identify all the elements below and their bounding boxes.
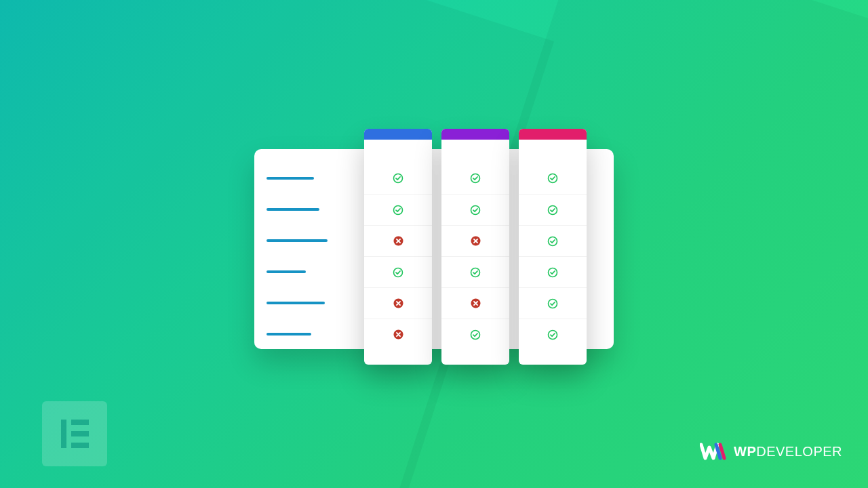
brand-light: DEVELOPER <box>756 444 842 459</box>
plan-cell <box>441 287 509 319</box>
plan-cell <box>441 225 509 256</box>
elementor-icon <box>61 420 89 448</box>
plan-cell <box>364 225 432 256</box>
feature-placeholder-line <box>267 333 311 336</box>
check-icon <box>547 205 558 216</box>
hero-graphic: WPDEVELOPER <box>0 0 868 488</box>
plan-cap-c <box>519 129 587 140</box>
plan-cell <box>364 287 432 319</box>
cross-icon <box>471 298 481 308</box>
plan-cell <box>441 319 509 350</box>
cross-icon <box>393 329 403 340</box>
check-icon <box>547 173 558 184</box>
brand-bold: WP <box>734 444 756 459</box>
check-icon <box>547 236 558 247</box>
plan-cell <box>441 256 509 287</box>
plan-cell <box>364 163 432 194</box>
check-icon <box>393 205 403 216</box>
plan-cell <box>519 225 587 256</box>
plan-column-a <box>364 129 432 365</box>
cross-icon <box>393 298 403 308</box>
wpdeveloper-logo: WPDEVELOPER <box>700 442 842 461</box>
check-icon <box>470 205 481 216</box>
feature-placeholder-line <box>267 239 328 243</box>
plan-cell <box>519 319 587 350</box>
plan-cell <box>519 256 587 287</box>
feature-placeholder-line <box>267 177 314 180</box>
wpdeveloper-mark-icon <box>700 442 727 461</box>
plan-cell <box>441 194 509 225</box>
plan-cell <box>364 194 432 225</box>
check-icon <box>547 329 558 340</box>
plan-cell <box>364 256 432 287</box>
plan-cell <box>519 163 587 194</box>
plan-cap-a <box>364 129 432 140</box>
check-icon <box>547 267 558 278</box>
check-icon <box>547 298 558 309</box>
plan-column-c <box>519 129 587 365</box>
check-icon <box>470 173 481 184</box>
check-icon <box>393 173 403 184</box>
check-icon <box>470 267 481 278</box>
plan-column-b <box>441 129 509 365</box>
feature-placeholder-line <box>267 208 319 211</box>
plan-cell <box>364 319 432 350</box>
wpdeveloper-text: WPDEVELOPER <box>734 444 842 460</box>
plan-cell <box>519 287 587 319</box>
feature-placeholder-line <box>267 302 325 305</box>
plan-cell <box>519 194 587 225</box>
check-icon <box>393 267 403 278</box>
cross-icon <box>471 236 481 246</box>
cross-icon <box>393 236 403 246</box>
feature-placeholder-line <box>267 270 306 274</box>
plan-cap-b <box>441 129 509 140</box>
plan-cell <box>441 163 509 194</box>
check-icon <box>470 329 481 340</box>
elementor-badge <box>42 401 107 466</box>
